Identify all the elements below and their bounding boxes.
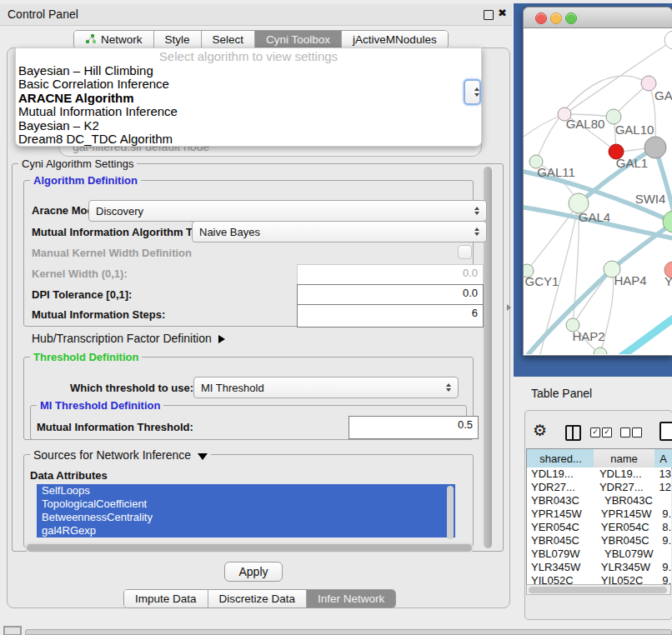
table-cell: YDL19...: [594, 468, 655, 481]
mi-threshold-field[interactable]: 0.5: [349, 416, 479, 439]
tab-infer-network[interactable]: Infer Network: [307, 590, 395, 608]
algorithm-option-aracne-algorithm[interactable]: ARACNE Algorithm: [16, 92, 481, 105]
sources-group-title: Sources for Network Inference: [33, 448, 191, 462]
tab-jactivemnodules[interactable]: jActiveMNodules: [342, 31, 448, 48]
apply-button-label: Apply: [238, 565, 268, 578]
table-cell: YPR145W: [527, 508, 595, 521]
attribute-item-topologicalcoefficient[interactable]: TopologicalCoefficient: [37, 498, 455, 511]
zoom-traffic-light[interactable]: [565, 12, 577, 24]
attribute-item-gal4rgexp[interactable]: gal4RGexp: [37, 524, 455, 538]
table-cell: YBR045C: [527, 534, 595, 548]
manual-kernel-checkbox[interactable]: [458, 245, 472, 259]
screen: Control Panel ✖ NetworkStyleSelectCyni T…: [0, 0, 672, 635]
attributes-list-scrollbar[interactable]: [447, 486, 454, 539]
table-scroll-thumb[interactable]: [529, 587, 667, 593]
highlighted-edge: [622, 318, 672, 354]
tab-network[interactable]: Network: [74, 31, 154, 48]
which-threshold-combo[interactable]: MI Threshold: [193, 377, 459, 398]
attribute-item-betweennesscentrality[interactable]: BetweennessCentrality: [37, 511, 455, 524]
node-label-gal11: GAL11: [537, 165, 575, 179]
table-cell: YPR145W: [595, 508, 658, 521]
minimize-traffic-light[interactable]: [550, 12, 562, 24]
settings-horizontal-scrollbar[interactable]: [25, 542, 474, 552]
table-settings-gear-icon[interactable]: ⚙: [533, 421, 547, 440]
mi-type-label: Mutual Information Algorithm Type:: [32, 226, 214, 238]
node-label-swi4: SWI4: [635, 192, 666, 206]
float-window-icon[interactable]: [484, 10, 494, 20]
table-row[interactable]: YBR045CYBR045C9.: [527, 534, 671, 548]
table-row[interactable]: YDR27...YDR27...12: [527, 481, 671, 494]
table-cell: 9.: [658, 561, 671, 574]
aracne-mode-combo[interactable]: Discovery: [88, 200, 487, 222]
close-traffic-light[interactable]: [535, 12, 547, 24]
table-cell: 8.: [658, 521, 671, 534]
table-horizontal-scrollbar[interactable]: [526, 584, 671, 595]
tab-label: Impute Data: [135, 592, 197, 605]
dpi-tolerance-label: DPI Tolerance [0,1]:: [32, 288, 132, 301]
algorithm-combo-stepper[interactable]: [464, 79, 481, 105]
tab-style[interactable]: Style: [154, 31, 202, 48]
tab-cyni-toolbox[interactable]: Cyni Toolbox: [255, 31, 342, 48]
table-row[interactable]: YBL079WYBL079W: [527, 548, 671, 561]
tab-label: Discretize Data: [219, 592, 296, 605]
deselect-all-icon[interactable]: [632, 428, 642, 438]
deselect-all-icon[interactable]: [620, 428, 630, 438]
select-all-checked-icon[interactable]: ✓: [590, 428, 600, 438]
table-row[interactable]: YBR043CYBR043C: [527, 494, 671, 508]
network-node[interactable]: [664, 31, 672, 49]
node-label-gal: GAL: [654, 88, 672, 102]
table-cell: 9.: [658, 534, 671, 548]
expand-right-icon: [218, 335, 225, 343]
network-node[interactable]: [594, 348, 607, 354]
table-cell: YLR345W: [595, 561, 658, 574]
table-row[interactable]: YER054CYER054C8.: [527, 521, 671, 534]
hub-definition-label: Hub/Transcription Factor Definition: [32, 332, 212, 345]
tab-select[interactable]: Select: [202, 31, 256, 48]
sources-group-toggle[interactable]: Sources for Network Inference: [30, 448, 211, 462]
tab-impute-data[interactable]: Impute Data: [124, 590, 208, 608]
node-label-gal10: GAL10: [615, 122, 654, 137]
threshold-definition-title: Threshold Definition: [30, 351, 142, 363]
algorithm-option-bayesian-k2[interactable]: Bayesian – K2: [16, 119, 481, 132]
select-all-checked-icon[interactable]: ✓: [602, 428, 612, 438]
tab-discretize-data[interactable]: Discretize Data: [208, 590, 308, 608]
algorithm-option-bayesian-hill-climbing[interactable]: Bayesian – Hill Climbing: [16, 64, 481, 78]
document-icon[interactable]: [659, 422, 672, 441]
node-label-hap4: HAP4: [614, 273, 646, 288]
node-label-y: Y: [664, 274, 672, 288]
network-canvas[interactable]: GALGAL80GAL10GAL1GAL11SWI4GAL4GCY1HAP4YH…: [524, 28, 672, 354]
attribute-item-selfloops[interactable]: SelfLoops: [37, 484, 455, 498]
table-row[interactable]: YIL052CYIL052C9.: [527, 574, 671, 584]
node-table[interactable]: YDL19...YDL19...13YDR27...YDR27...12YBR0…: [526, 468, 671, 584]
manual-kernel-label: Manual Kernel Width Definition: [32, 247, 192, 259]
kernel-width-field[interactable]: 0.0: [297, 264, 484, 287]
hub-definition-toggle[interactable]: Hub/Transcription Factor Definition: [32, 332, 225, 345]
table-row[interactable]: YLR345WYLR345W9.: [527, 561, 671, 574]
bottom-left-box: [3, 626, 22, 635]
table-panel-title: Table Panel: [531, 387, 592, 400]
mi-steps-label: Mutual Information Steps:: [32, 308, 165, 321]
data-attributes-list: SelfLoopsTopologicalCoefficientBetweenne…: [37, 484, 455, 541]
close-icon[interactable]: ✖: [498, 7, 507, 19]
horizontal-scroll-thumb[interactable]: [27, 544, 472, 552]
column-layout-icon[interactable]: [565, 425, 581, 441]
algorithm-option-mutual-information-inference[interactable]: Mutual Information Inference: [16, 105, 481, 118]
table-row[interactable]: YDL19...YDL19...13: [527, 468, 671, 481]
mi-type-combo[interactable]: Naive Bayes: [192, 221, 487, 242]
table-row[interactable]: YPR145WYPR145W9.: [527, 508, 671, 521]
apply-button[interactable]: Apply: [224, 562, 283, 582]
mi-threshold-group-title: MI Threshold Definition: [37, 399, 163, 412]
splitter-collapse-arrow[interactable]: [507, 304, 511, 311]
algorithm-option-basic-correlation-inference[interactable]: Basic Correlation Inference: [16, 78, 481, 91]
mi-steps-field[interactable]: 6: [297, 304, 484, 328]
table-cell: [664, 548, 669, 561]
table-cell: YBL079W: [599, 548, 664, 561]
column-header-shared-name[interactable]: shared...: [526, 448, 595, 469]
table-cell: 12: [655, 481, 671, 494]
table-cell: YBR043C: [527, 494, 599, 508]
column-header-partial[interactable]: A: [654, 448, 672, 469]
column-header-name[interactable]: name: [594, 448, 655, 469]
node-label-hap2: HAP2: [572, 329, 604, 343]
table-cell: 13: [655, 468, 671, 481]
algorithm-option-dream8-dc-tdc-algorithm[interactable]: Dream8 DC_TDC Algorithm: [16, 132, 481, 146]
